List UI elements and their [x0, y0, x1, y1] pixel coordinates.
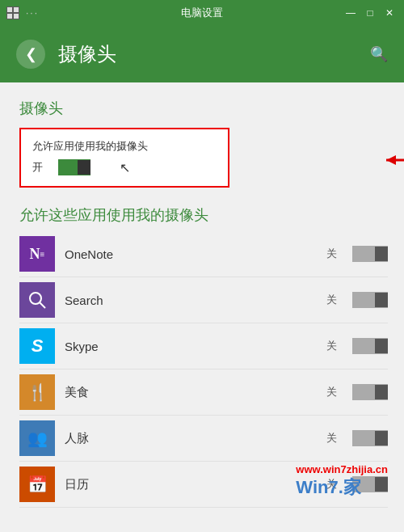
app-icon-calendar: 📅: [19, 467, 55, 502]
close-button[interactable]: ✕: [381, 5, 398, 21]
list-item: S Skype 关: [19, 323, 388, 369]
back-icon: ❮: [25, 45, 37, 63]
toggle-thumb: [78, 160, 90, 175]
app-name-food: 美食: [65, 385, 326, 400]
toggle-thumb-food: [375, 385, 388, 399]
toggle-thumb-search: [375, 293, 388, 307]
app-status-food: 关: [326, 385, 343, 399]
app-toggle-search[interactable]: [352, 292, 388, 308]
svg-point-6: [30, 293, 41, 304]
app-name-calendar: 日历: [65, 477, 326, 492]
app-toggle-onenote[interactable]: [352, 246, 388, 262]
title-bar-dots: ···: [26, 7, 39, 19]
list-item: 🍴 美食 关: [19, 369, 388, 416]
page-title: 摄像头: [58, 41, 357, 67]
toggle-track: [58, 159, 90, 175]
app-status-onenote: 关: [326, 247, 343, 261]
title-bar-left: ···: [6, 6, 39, 19]
toggle-thumb-skype: [375, 339, 388, 353]
svg-line-7: [40, 302, 45, 308]
title-bar-controls: — □ ✕: [343, 5, 398, 21]
list-item: Search 关: [19, 277, 388, 323]
app-status-people: 关: [326, 431, 343, 445]
header-bar: ❮ 摄像头 🔍: [0, 26, 404, 82]
app-icon-onenote: N ≡: [19, 236, 55, 272]
app-toggle-food[interactable]: [352, 384, 388, 400]
app-icon-people: 👥: [19, 420, 55, 456]
svg-rect-2: [7, 14, 12, 19]
svg-rect-1: [14, 7, 19, 12]
list-item: 📅 日历 关: [19, 462, 388, 508]
app-icon-food: 🍴: [19, 374, 55, 410]
app-name-people: 人脉: [65, 431, 326, 446]
title-bar-title: 电脑设置: [181, 6, 223, 20]
maximize-button[interactable]: □: [362, 5, 378, 21]
app-name-onenote: OneNote: [65, 247, 326, 261]
minimize-button[interactable]: —: [343, 5, 359, 21]
search-icon[interactable]: 🔍: [370, 45, 388, 63]
toggle-thumb-calendar: [375, 477, 388, 492]
toggle-thumb-people: [375, 431, 388, 445]
toggle-on-label: 开: [32, 160, 48, 175]
svg-rect-0: [7, 7, 12, 12]
svg-rect-3: [14, 14, 19, 19]
app-toggle-people[interactable]: [352, 430, 388, 446]
cursor-icon: ↖: [120, 160, 130, 175]
app-list: N ≡ OneNote 关 Search 关: [19, 231, 388, 508]
app-icon-search: [19, 282, 55, 318]
app-toggle-skype[interactable]: [352, 338, 388, 354]
camera-toggle-area: 允许应用使用我的摄像头 开 ↖: [19, 128, 388, 192]
list-item: N ≡ OneNote 关: [19, 231, 388, 277]
list-item: 👥 人脉 关: [19, 416, 388, 462]
camera-toggle-switch[interactable]: [58, 158, 107, 176]
app-status-search: 关: [326, 293, 343, 307]
app-status-skype: 关: [326, 339, 343, 353]
app-name-search: Search: [65, 293, 326, 307]
back-button[interactable]: ❮: [16, 40, 45, 69]
camera-toggle-label: 允许应用使用我的摄像头: [32, 139, 217, 154]
toggle-row: 开 ↖: [32, 158, 217, 176]
app-icon-small: [6, 6, 19, 19]
app-toggle-calendar[interactable]: [352, 476, 388, 492]
red-arrow: [378, 152, 404, 168]
apps-section-title: 允许这些应用使用我的摄像头: [19, 205, 388, 225]
title-bar: ··· 电脑设置 — □ ✕: [0, 0, 404, 26]
app-status-calendar: 关: [326, 477, 343, 492]
camera-toggle-box: 允许应用使用我的摄像头 开 ↖: [19, 128, 229, 188]
toggle-thumb-onenote: [375, 247, 388, 261]
svg-marker-5: [386, 155, 396, 165]
app-name-skype: Skype: [65, 340, 326, 353]
camera-section-title: 摄像头: [19, 99, 388, 118]
main-content: 摄像头 允许应用使用我的摄像头 开 ↖ 允许这些应用使用我: [0, 82, 404, 532]
app-icon-skype: S: [19, 328, 55, 364]
